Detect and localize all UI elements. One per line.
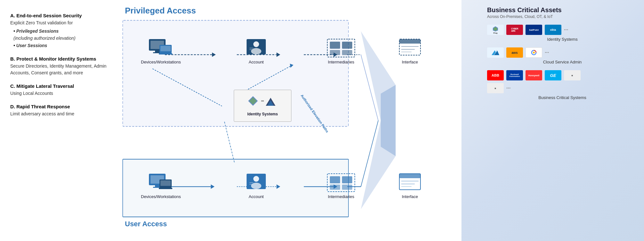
bca-subtitle: Across On-Premises, Cloud, OT, & IoT (487, 14, 638, 19)
section-a-body: Explicit Zero Trust validation for Privi… (10, 20, 108, 49)
bca-logo-ping: Ping (487, 25, 504, 35)
section-b-body: Secure Directories, Identity Management,… (10, 63, 108, 76)
svg-point-52 (263, 100, 264, 102)
svg-rect-38 (342, 42, 352, 49)
section-c-body: Using Local Accounts (10, 90, 108, 97)
azure-icon (491, 49, 500, 56)
bullet-user-sessions: User Sessions (13, 42, 108, 49)
svg-point-62 (251, 183, 261, 189)
device-icon (147, 38, 173, 58)
section-d: D. Rapid Threat Response Limit adversary… (10, 104, 108, 117)
svg-point-51 (261, 100, 263, 102)
user-account-label: Account (240, 194, 272, 200)
user-interface-label: Interface (394, 194, 426, 200)
svg-line-20 (361, 55, 378, 120)
privileged-interface-label: Interface (394, 60, 426, 65)
svg-rect-42 (399, 39, 420, 44)
bca-category-identity: Ping CYBERARK SailPoint okta ··· Identit… (487, 25, 638, 42)
user-account-icon (245, 173, 267, 192)
bca-logos-ot: ABB RockwellAutomation Honeywell GE ■ (487, 70, 590, 93)
svg-rect-40 (342, 50, 352, 55)
privileged-interface-node: Interface (394, 38, 426, 65)
user-account-node: Account (240, 173, 272, 200)
section-c: C. Mitigate Lateral Traversal Using Loca… (10, 83, 108, 97)
bca-logo-generic1: ■ (564, 70, 581, 80)
bca-logo-generic2: ■ (487, 83, 504, 93)
bca-logo-ge: GE (545, 70, 561, 80)
bca-content: Business Critical Assets Across On-Premi… (487, 6, 638, 100)
section-b-title: B. Protect & Monitor Identity Systems (10, 56, 108, 62)
bca-logo-honeywell: Honeywell (526, 70, 542, 80)
left-panel: A. End-to-end Session Security Explicit … (0, 0, 115, 241)
ping-icon (491, 26, 500, 32)
svg-marker-13 (211, 185, 215, 189)
svg-rect-69 (342, 185, 352, 190)
intermediaries-icon (327, 38, 355, 58)
section-d-title: D. Rapid Threat Response (10, 104, 108, 109)
interface-icon (399, 38, 421, 58)
bca-logo-gcp (526, 47, 542, 58)
user-device-node: Devices/Workstations (141, 173, 179, 200)
bca-logo-azure (487, 47, 504, 58)
svg-marker-15 (277, 185, 281, 189)
svg-line-8 (152, 69, 222, 106)
svg-rect-29 (160, 46, 171, 51)
svg-point-61 (253, 176, 259, 182)
identity-systems-icon (247, 95, 279, 111)
svg-marker-10 (290, 64, 293, 68)
svg-marker-47 (249, 97, 257, 105)
gcp-icon (529, 49, 538, 56)
svg-point-33 (251, 48, 261, 54)
elevation-label: Authorized Elevation Paths (299, 93, 330, 134)
bca-logos-identity: Ping CYBERARK SailPoint okta ··· (487, 25, 638, 35)
svg-rect-68 (330, 185, 340, 190)
user-interface-icon (399, 173, 421, 192)
privileged-device-node: Devices/Workstations (141, 38, 179, 65)
svg-line-11 (224, 122, 234, 162)
svg-point-32 (253, 41, 259, 47)
bca-logos-cloud: aws ··· (487, 47, 638, 58)
section-d-body: Limit adversary access and time (10, 111, 108, 117)
section-a-title: A. End-to-end Session Security (10, 13, 108, 18)
bca-logo-cyberark: CYBERARK (506, 25, 523, 35)
bca-ot-label: Business Critical Systems (487, 95, 638, 100)
bca-title: Business Critical Assets (487, 6, 638, 14)
bca-cloud-label: Cloud Service Admin (487, 60, 638, 64)
user-intermediaries-icon (327, 173, 355, 192)
bca-panel: Business Critical Assets Across On-Premi… (477, 0, 644, 241)
bca-category-ot: ABB RockwellAutomation Honeywell GE ■ (487, 70, 638, 100)
svg-rect-55 (155, 185, 159, 187)
identity-systems-box: Identity Systems (234, 90, 291, 122)
privileged-intermediaries-label: Intermediaries (320, 60, 362, 65)
svg-marker-3 (212, 53, 216, 57)
svg-rect-30 (159, 53, 172, 54)
bullet-privileged-sessions: Privileged Sessions (including authorize… (13, 28, 108, 42)
main-diagram-area: Privileged Access User Access (115, 0, 477, 241)
account-icon (245, 38, 267, 58)
svg-rect-66 (330, 176, 340, 183)
privileged-account-node: Account (240, 38, 272, 65)
bca-logo-abb: ABB (487, 70, 504, 80)
user-device-icon (147, 173, 173, 192)
svg-rect-71 (399, 174, 420, 178)
svg-rect-58 (160, 180, 171, 186)
section-c-title: C. Mitigate Lateral Traversal (10, 83, 108, 89)
svg-rect-59 (159, 188, 172, 189)
bca-logo-aws: aws (506, 47, 523, 58)
bca-logo-okta: okta (545, 25, 561, 35)
user-intermediaries-label: Intermediaries (320, 194, 362, 200)
svg-marker-5 (277, 53, 281, 57)
bca-category-cloud: aws ··· Cloud Service Admin (487, 47, 638, 64)
svg-rect-39 (330, 50, 340, 55)
svg-rect-67 (342, 176, 352, 183)
title-privileged: Privileged Access (125, 6, 196, 16)
bca-dots-cloud: ··· (545, 50, 549, 55)
section-b: B. Protect & Monitor Identity Systems Se… (10, 56, 108, 76)
svg-line-21 (361, 120, 378, 187)
svg-marker-22 (361, 31, 395, 209)
diagram-container: Privileged Access User Access (115, 3, 477, 238)
privileged-account-label: Account (240, 60, 272, 65)
svg-rect-37 (330, 42, 340, 49)
user-intermediaries-node: Intermediaries (320, 173, 362, 200)
bca-logo-sailpoint: SailPoint (526, 25, 542, 35)
